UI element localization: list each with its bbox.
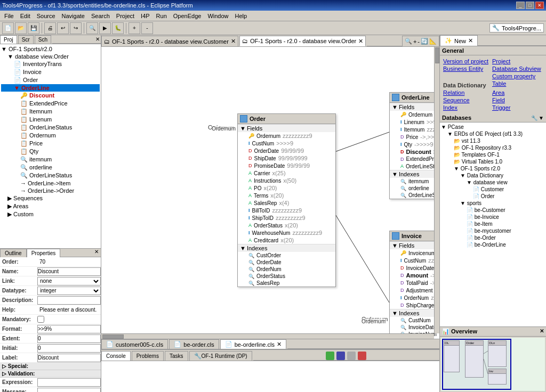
gen-index-link[interactable]: Index	[443, 104, 457, 111]
gen-custom-property-link[interactable]: Custom property	[492, 73, 535, 79]
toolbar-perspective[interactable]: 🔧 Tools4Progre...	[489, 23, 544, 32]
minimize-button[interactable]: _	[516, 2, 525, 9]
db-be-orderline[interactable]: 📄 be-OrderLine	[441, 241, 545, 248]
tree-item-qty[interactable]: 📋 Qty	[1, 148, 100, 156]
tree-item-orderlinestatus[interactable]: 📋 OrderLineStatus	[1, 124, 100, 132]
vscroll-thumb[interactable]	[435, 47, 439, 63]
gen-business-link[interactable]: Business Entity	[443, 66, 483, 72]
gen-trigger-link[interactable]: Trigger	[492, 104, 510, 111]
left-panel-close[interactable]: ✕	[95, 36, 100, 42]
prop-link-select[interactable]: none	[37, 277, 101, 285]
menu-openedge[interactable]: OpenEdge	[170, 12, 205, 20]
tree-item-rel-item[interactable]: → OrderLine->Item	[1, 179, 100, 187]
toolbar-undo[interactable]: ↩	[57, 22, 69, 34]
tree-item-invoice[interactable]: 📄 Invoice	[1, 68, 100, 76]
editor-tab-customer[interactable]: 🗂 OF-1 Sports - r2.0 - database view.Cus…	[101, 36, 238, 46]
diagram-scroll[interactable]: Ordernum Ordernum Order	[101, 47, 439, 339]
console-tab-runtime[interactable]: 🔧 OF-1 Runtime (DP)	[189, 351, 252, 361]
gen-dbsubview-link[interactable]: Database Subview	[492, 66, 541, 72]
toolbar-search[interactable]: 🔍	[86, 22, 98, 34]
gen-relation-link[interactable]: Relation	[443, 89, 464, 96]
tree-item-idx-ols[interactable]: 🔍 OrderLineStatus	[1, 172, 100, 179]
tree-item-discount[interactable]: 🔑 Discount	[1, 92, 100, 100]
db-erds-oe[interactable]: ▼ ERDs of OE Project (of1 3.3)	[441, 130, 545, 137]
db-order[interactable]: 📄 Order	[441, 193, 545, 200]
tree-item-idx-orderline[interactable]: 🔍 orderline	[1, 164, 100, 172]
db-be-item[interactable]: 📄 be-Item	[441, 220, 545, 227]
tree-item-price[interactable]: 📋 Price	[1, 140, 100, 148]
prop-datatype-select[interactable]: integer	[37, 287, 101, 295]
menu-source[interactable]: Source	[34, 12, 59, 20]
gen-field-link[interactable]: Field	[492, 97, 505, 103]
tab-outline[interactable]: Outline	[0, 249, 27, 257]
prop-label-input[interactable]	[37, 354, 101, 362]
tab-sch[interactable]: Sch	[35, 35, 51, 44]
menu-project[interactable]: Project	[113, 12, 138, 20]
menu-window[interactable]: Window	[204, 12, 231, 20]
menu-file[interactable]: File	[1, 12, 17, 20]
tree-item-invtrans[interactable]: 📄 InventoryTrans	[1, 60, 100, 68]
tab-scr[interactable]: Scr	[18, 35, 34, 44]
hscroll-thumb[interactable]	[102, 334, 124, 339]
tree-item-ordernum[interactable]: 📋 Ordernum	[1, 132, 100, 140]
db-of1-sports[interactable]: ▼ OF-1 Sports r2.0	[441, 165, 545, 172]
tree-item-extendedprice[interactable]: 📋 ExtendedPrice	[1, 100, 100, 108]
db-be-mycustomer[interactable]: 📄 be-mycustomer	[441, 227, 545, 234]
toolbar-redo[interactable]: ↪	[70, 22, 82, 34]
toolbar-zoom-out[interactable]: -	[141, 22, 153, 34]
gen-table-link[interactable]: Table	[492, 80, 506, 87]
prop-message-input[interactable]	[37, 388, 101, 393]
file-tab-beorder[interactable]: 📄 be-order.cls	[169, 339, 219, 349]
db-toolbar-btn[interactable]: 🔧	[531, 115, 537, 121]
db-vst[interactable]: 📂 vst 11.3	[441, 137, 545, 144]
db-toolbar-btn2[interactable]: ▼	[539, 115, 544, 121]
menu-i4p[interactable]: I4P	[138, 12, 153, 20]
tree-item-dbview[interactable]: ▼ database view.Order	[1, 53, 100, 60]
close-button[interactable]: ✕	[535, 2, 544, 9]
gen-version-link[interactable]: Version of project	[443, 58, 488, 64]
tree-item-orderline[interactable]: ▼ OrderLine	[1, 84, 100, 92]
db-templates[interactable]: 📂 Templates OF-1	[441, 151, 545, 158]
prop-mandatory-check[interactable]	[37, 316, 44, 323]
prop-format-input[interactable]	[37, 325, 101, 333]
console-btn-2[interactable]	[336, 352, 345, 360]
file-tab-beorderline[interactable]: 📄 be-orderline.cls ✕	[220, 339, 286, 349]
right-panel-new-tab[interactable]: ✨ New ✕	[440, 35, 478, 46]
gen-sequence-link[interactable]: Sequence	[443, 97, 470, 103]
db-of1-repo[interactable]: 📂 OF-1 Repository r3.3	[441, 144, 545, 151]
console-stop-btn[interactable]	[358, 352, 366, 360]
console-tab-tasks[interactable]: Tasks	[165, 351, 188, 361]
menu-navigate[interactable]: Navigate	[59, 12, 88, 20]
overview-close[interactable]: ✕	[540, 328, 544, 335]
gen-project-link[interactable]: Project	[492, 58, 510, 64]
tree-item-itemnum[interactable]: 📋 Itemnum	[1, 108, 100, 116]
menu-edit[interactable]: Edit	[17, 12, 34, 20]
console-btn-1[interactable]	[326, 352, 334, 360]
console-btn-3[interactable]	[347, 352, 356, 360]
tree-item-linenum[interactable]: 📋 Linenum	[1, 116, 100, 124]
toolbar-debug[interactable]: 🐛	[112, 22, 124, 34]
tree-item-rel-order[interactable]: → OrderLine->Order	[1, 187, 100, 194]
menu-run[interactable]: Run	[153, 12, 170, 20]
tab-customer-close[interactable]: ✕	[231, 38, 236, 45]
db-be-order[interactable]: 📄 be-Order	[441, 234, 545, 241]
menu-help[interactable]: Help	[232, 12, 251, 20]
file-tab-customer005[interactable]: 📄 customer005-c.cls	[101, 339, 168, 349]
db-be-invoice[interactable]: 📄 be-Invoice	[441, 214, 545, 220]
toolbar-open[interactable]: 📂	[15, 22, 27, 34]
tree-item-custom[interactable]: ▶ Custom	[1, 210, 100, 218]
tab-properties[interactable]: Properties	[27, 249, 61, 257]
db-dbview[interactable]: ▼ database view	[441, 179, 545, 186]
file-tab-beorderline-close[interactable]: ✕	[277, 341, 282, 348]
db-be-customer[interactable]: 📄 be-Customer	[441, 207, 545, 214]
db-data-dictionary[interactable]: ▼ Data Dictionary	[441, 172, 545, 179]
db-customer[interactable]: 📄 Customer	[441, 186, 545, 193]
toolbar-new[interactable]: 📄	[2, 22, 14, 34]
tree-item-sequences[interactable]: ▶ Sequences	[1, 194, 100, 202]
toolbar-zoom-in[interactable]: +	[129, 22, 140, 34]
maximize-button[interactable]: □	[526, 2, 534, 9]
db-pcase[interactable]: ▼ PCase	[441, 124, 545, 130]
tab-proj[interactable]: Proj	[0, 35, 17, 44]
tree-item-root[interactable]: ▼ OF-1 Sports/r2.0	[1, 45, 100, 53]
console-tab-problems[interactable]: Problems	[132, 351, 164, 361]
